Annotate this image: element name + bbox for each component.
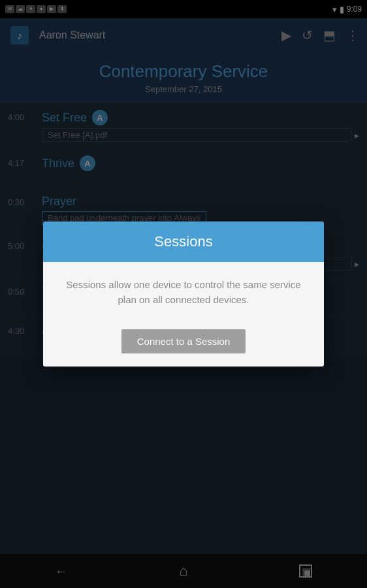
dialog-description: Sessions allow one device to control the… (63, 278, 304, 307)
dialog-header: Sessions (43, 221, 324, 262)
connect-session-button[interactable]: Connect to a Session (121, 329, 246, 353)
dialog-body: Sessions allow one device to control the… (43, 262, 324, 323)
dialog-title: Sessions (154, 233, 212, 250)
sessions-dialog: Sessions Sessions allow one device to co… (43, 221, 324, 367)
dialog-actions: Connect to a Session (43, 323, 324, 367)
